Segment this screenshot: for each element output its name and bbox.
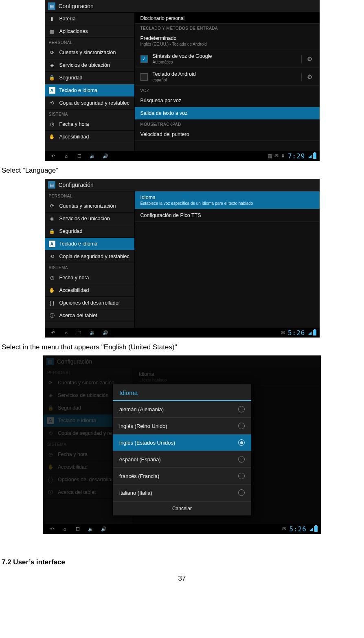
- checkbox-checked-icon[interactable]: ✓: [140, 55, 148, 63]
- sidebar-item-backup[interactable]: ⟲Copia de seguridad y restablec: [45, 250, 134, 263]
- window-titlebar: ▤ Configuración: [45, 179, 320, 191]
- content-row-title: Velocidad del puntero: [140, 132, 314, 137]
- sidebar-item-accessibility[interactable]: ✋Accesibilidad: [45, 131, 134, 143]
- backup-icon: ⟲: [49, 253, 55, 260]
- option-label: inglés (Reino Unido): [119, 423, 167, 429]
- sidebar-item-label: Acerca del tablet: [59, 313, 97, 318]
- content-row-tts-output[interactable]: Salida de texto a voz: [135, 107, 320, 120]
- picture-icon: ▧: [268, 153, 272, 159]
- content-row-language[interactable]: IdiomaEstablece la voz específica de un …: [135, 191, 320, 209]
- sidebar-item-datetime[interactable]: ◷Fecha y hora: [45, 118, 134, 131]
- recent-apps-button[interactable]: ☐: [74, 152, 85, 160]
- sidebar-category-system: SISTEMA: [45, 263, 134, 272]
- system-navbar: ↶ ⌂ ☐ 🔉 🔊 ✉ 5:26 ◢: [45, 328, 320, 338]
- backup-icon: ⟲: [49, 100, 55, 106]
- dialog-cancel-button[interactable]: Cancelar: [113, 501, 251, 515]
- recent-apps-button[interactable]: ☐: [72, 525, 83, 533]
- home-button[interactable]: ⌂: [61, 329, 72, 336]
- settings-content: Diccionario personal TECLADO Y MÉTODOS D…: [135, 13, 320, 151]
- radio-unchecked-icon: [238, 456, 245, 463]
- settings-sliders-icon[interactable]: ⚙: [301, 55, 314, 63]
- content-row-title: Idioma: [140, 195, 314, 200]
- radio-unchecked-icon: [238, 423, 245, 429]
- battery-icon: ▮: [49, 15, 55, 22]
- back-button[interactable]: ↶: [48, 152, 59, 160]
- lock-icon: 🔒: [49, 228, 55, 235]
- settings-app-icon: ▤: [48, 2, 55, 10]
- radio-unchecked-icon: [238, 406, 245, 412]
- location-icon: ◈: [49, 215, 55, 222]
- home-button[interactable]: ⌂: [61, 152, 72, 160]
- volume-down-button[interactable]: 🔉: [87, 152, 98, 160]
- language-option-spanish[interactable]: español (España): [113, 451, 251, 468]
- checkbox-unchecked-icon[interactable]: [140, 73, 148, 81]
- clock-icon: ◷: [49, 121, 55, 127]
- sidebar-item-label: Cuentas y sincronización: [59, 50, 116, 55]
- system-navbar: ↶ ⌂ ☐ 🔉 🔊 ▧ ✉ ⬇ 7:29 ◢: [45, 151, 320, 161]
- sidebar-item-datetime[interactable]: ◷Fecha y hora: [45, 272, 134, 284]
- settings-sliders-icon[interactable]: ⚙: [301, 73, 314, 81]
- settings-app-icon: ▤: [48, 181, 55, 189]
- content-row-subtitle: Establece la voz específica de un idioma…: [140, 201, 314, 206]
- content-row-title: Diccionario personal: [140, 15, 185, 21]
- language-option-german[interactable]: alemán (Alemania): [113, 401, 251, 418]
- battery-icon: [314, 526, 318, 532]
- option-label: francés (Francia): [119, 473, 159, 479]
- sidebar-item-label: Accesibilidad: [59, 134, 89, 140]
- volume-up-button[interactable]: 🔊: [100, 152, 111, 160]
- back-button[interactable]: ↶: [46, 525, 57, 533]
- sidebar-item-accounts[interactable]: ⟳Cuentas y sincronización: [45, 200, 134, 213]
- content-row-pico-tts[interactable]: Configuración de Pico TTS: [135, 209, 320, 222]
- language-option-italian[interactable]: italiano (Italia): [113, 485, 251, 501]
- content-row-voice-search[interactable]: Búsqueda por voz: [135, 94, 320, 107]
- wifi-icon: ◢: [308, 330, 311, 335]
- language-option-english-uk[interactable]: inglés (Reino Unido): [113, 418, 251, 434]
- content-row-android-keyboard[interactable]: Teclado de Androidespañol ⚙: [135, 68, 320, 86]
- sidebar-item-location[interactable]: ◈Servicios de ubicación: [45, 213, 134, 225]
- clock-icon: ◷: [49, 274, 55, 281]
- sidebar-item-security[interactable]: 🔒Seguridad: [45, 225, 134, 238]
- sidebar-item-accessibility[interactable]: ✋Accesibilidad: [45, 284, 134, 297]
- sidebar-item-developer[interactable]: { }Opciones del desarrollador: [45, 297, 134, 309]
- sidebar-item-security[interactable]: 🔒Seguridad: [45, 72, 134, 84]
- hand-icon: ✋: [49, 287, 55, 294]
- sidebar-item-label: Fecha y hora: [59, 275, 89, 281]
- volume-up-button[interactable]: 🔊: [100, 329, 111, 336]
- content-row-subtitle: Automático: [153, 60, 298, 64]
- sidebar-item-backup[interactable]: ⟲Copia de seguridad y restablec: [45, 97, 134, 110]
- caption-select-language: Select “Language”: [2, 167, 364, 175]
- sidebar-item-language[interactable]: ATeclado e idioma: [45, 84, 134, 97]
- settings-content: IdiomaEstablece la voz específica de un …: [135, 191, 320, 328]
- volume-down-button[interactable]: 🔉: [87, 329, 98, 336]
- content-row-personal-dict[interactable]: Diccionario personal: [135, 13, 320, 24]
- braces-icon: { }: [49, 300, 55, 306]
- recent-apps-button[interactable]: ☐: [74, 329, 85, 336]
- sidebar-item-location[interactable]: ◈Servicios de ubicación: [45, 59, 134, 72]
- language-option-french[interactable]: francés (Francia): [113, 468, 251, 485]
- sidebar-item-language[interactable]: ATeclado e idioma: [45, 238, 134, 250]
- section-heading: 7.2 User’s interface: [2, 558, 364, 566]
- clock-time: 7:29: [288, 152, 305, 160]
- content-row-google-voice[interactable]: ✓ Síntesis de voz de GoogleAutomático ⚙: [135, 50, 320, 68]
- language-option-english-us[interactable]: inglés (Estados Unidos): [113, 434, 251, 451]
- content-header-voice: VOZ: [135, 86, 320, 94]
- sync-icon: ⟳: [49, 203, 55, 209]
- sidebar-item-label: Seguridad: [59, 75, 83, 81]
- content-row-title: Síntesis de voz de Google: [153, 53, 298, 59]
- sidebar-item-label: Seguridad: [59, 228, 83, 234]
- volume-down-button[interactable]: 🔉: [86, 525, 96, 533]
- sidebar-item-accounts[interactable]: ⟳Cuentas y sincronización: [45, 46, 134, 59]
- apps-icon: ▦: [49, 28, 55, 35]
- settings-sidebar: PERSONAL ⟳Cuentas y sincronización ◈Serv…: [45, 191, 135, 328]
- content-row-default[interactable]: PredeterminadoInglés (EE.UU.) - Teclado …: [135, 32, 320, 50]
- sidebar-item-about[interactable]: ⓘAcerca del tablet: [45, 309, 134, 322]
- sidebar-item-apps[interactable]: ▦Aplicaciones: [45, 25, 134, 38]
- content-row-pointer-speed[interactable]: Velocidad del puntero: [135, 128, 320, 141]
- option-label: inglés (Estados Unidos): [119, 440, 175, 446]
- lock-icon: 🔒: [49, 75, 55, 81]
- home-button[interactable]: ⌂: [59, 525, 70, 533]
- sidebar-item-battery[interactable]: ▮Batería: [45, 13, 134, 25]
- volume-up-button[interactable]: 🔊: [99, 525, 109, 533]
- clock-time: 5:26: [288, 329, 305, 337]
- back-button[interactable]: ↶: [48, 329, 59, 336]
